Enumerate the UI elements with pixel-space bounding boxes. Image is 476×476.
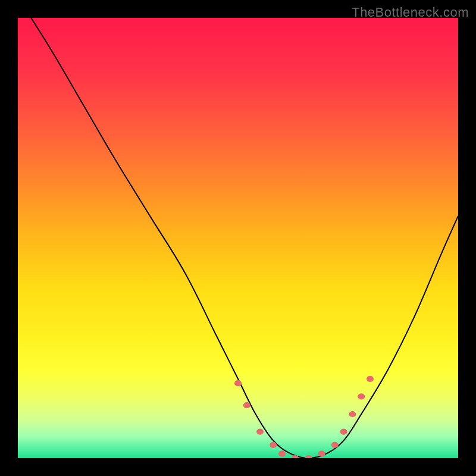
highlight-dot — [305, 455, 312, 458]
chart-plot-area — [18, 18, 458, 458]
highlight-dot — [340, 429, 347, 435]
highlight-dot — [234, 380, 242, 386]
chart-curve-layer — [18, 18, 458, 458]
highlight-markers — [234, 376, 374, 458]
highlight-dot — [367, 376, 374, 382]
highlight-dot — [358, 393, 365, 399]
highlight-dot — [349, 411, 356, 417]
watermark-text: TheBottleneck.com — [352, 5, 469, 20]
highlight-dot — [278, 451, 286, 457]
bottleneck-curve — [31, 18, 458, 458]
highlight-dot — [292, 455, 299, 458]
highlight-dot — [270, 442, 277, 448]
highlight-dot — [256, 429, 264, 435]
highlight-dot — [243, 402, 250, 408]
highlight-dot — [318, 451, 325, 457]
highlight-dot — [331, 442, 339, 448]
